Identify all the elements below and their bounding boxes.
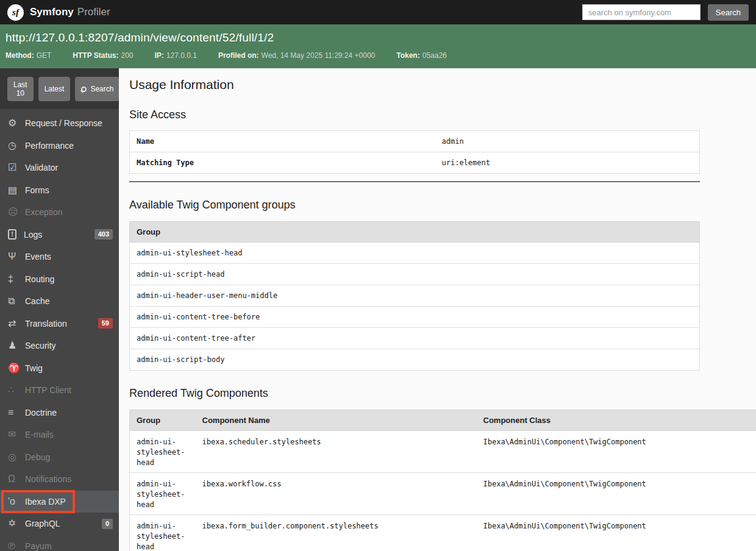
meta-ip: IP:127.0.0.1: [154, 51, 196, 60]
sidebar-item-cache[interactable]: ⧉Cache: [0, 290, 119, 313]
sidebar-item-label: Validator: [25, 163, 58, 172]
column-header-component-class: Component Class: [477, 410, 756, 431]
sidebar-item-routing[interactable]: ‡Routing: [0, 268, 119, 291]
table-row: admin-ui-script-body: [130, 349, 700, 371]
sidebar-item-http-client: ∴HTTP Client: [0, 379, 119, 402]
sidebar-item-label: Logs: [24, 230, 42, 240]
sidebar-item-graphql[interactable]: ✡GraphQL0: [0, 513, 119, 535]
table-row: admin-ui-script-head: [130, 264, 700, 285]
last-10-button[interactable]: Last 10: [7, 77, 34, 101]
table-row: admin-ui-stylesheet-headibexa.form_build…: [130, 515, 756, 551]
group-cell: admin-ui-stylesheet-head: [130, 515, 196, 551]
sidebar-item-events[interactable]: ΨEvents: [0, 246, 119, 268]
sidebar-item-logs[interactable]: !Logs403: [0, 224, 119, 246]
table-row: admin-ui-header-user-menu-middle: [130, 285, 700, 307]
sidebar-item-label: Performance: [25, 141, 74, 151]
request-url: http://127.0.0.1:8207/admin/view/content…: [5, 31, 749, 44]
group-cell: admin-ui-content-tree-after: [130, 328, 700, 349]
symfony-search-input[interactable]: [582, 4, 701, 20]
gears-icon: ⚙: [8, 118, 25, 128]
sidebar-menu: ⚙Request / Response◷Performance☑Validato…: [0, 109, 119, 551]
component-name-cell: ibexa.scheduler.stylesheets: [196, 431, 477, 473]
brand-suffix: Profiler: [77, 6, 110, 18]
ibexa-icon: 'o: [8, 497, 25, 507]
sidebar-item-label: Request / Response: [25, 118, 102, 128]
request-meta: Method:GET HTTP Status:200 IP:127.0.0.1 …: [5, 51, 749, 60]
sidebar-item-e-mails: ✉E-mails: [0, 424, 119, 446]
latest-button[interactable]: Latest: [38, 77, 71, 101]
sidebar-item-performance[interactable]: ◷Performance: [0, 135, 119, 157]
twig-groups-heading: Available Twig Component groups: [129, 199, 756, 212]
sidebar-item-label: Payum: [25, 541, 52, 551]
row-label: Name: [130, 131, 435, 152]
sidebar-item-label: Routing: [25, 274, 54, 284]
database-icon: ≡: [8, 408, 25, 418]
envelope-icon: ✉: [8, 430, 25, 439]
count-badge: 59: [98, 318, 113, 329]
twig-icon: ♈: [8, 363, 25, 373]
sidebar-item-label: Ibexa DXP: [25, 497, 66, 507]
sidebar-item-validator[interactable]: ☑Validator: [0, 157, 119, 179]
signpost-icon: ‡: [8, 274, 25, 284]
row-label: Matching Type: [130, 152, 435, 174]
component-class-cell: Ibexa\AdminUi\Component\TwigComponent: [477, 473, 756, 515]
group-cell: admin-ui-script-head: [130, 264, 700, 285]
sidebar-item-ibexa-dxp[interactable]: 'oIbexa DXP: [0, 491, 119, 513]
component-name-cell: ibexa.workflow.css: [196, 473, 477, 515]
table-row: admin-ui-stylesheet-head: [130, 243, 700, 264]
count-badge: 403: [94, 229, 113, 240]
section-divider: [129, 181, 700, 182]
table-row: admin-ui-content-tree-after: [130, 328, 700, 349]
group-cell: admin-ui-stylesheet-head: [130, 431, 196, 473]
sidebar-item-notifications: ΩNotifications: [0, 468, 119, 491]
graphql-icon: ✡: [8, 519, 25, 528]
symfony-logo-icon: sf: [7, 4, 24, 21]
stopwatch-icon: ◷: [8, 141, 25, 151]
sidebar-item-label: Debug: [25, 452, 50, 462]
group-cell: admin-ui-header-user-menu-middle: [130, 285, 700, 307]
row-value: uri:element: [435, 152, 700, 174]
sidebar-item-security[interactable]: ♟Security: [0, 335, 119, 357]
checkbox-icon: ☑: [8, 163, 25, 172]
magnifier-icon: [81, 87, 87, 92]
count-badge: 0: [102, 519, 113, 529]
sidebar-item-request-response[interactable]: ⚙Request / Response: [0, 112, 119, 135]
topbar-search: Search: [582, 4, 749, 21]
sidebar-item-twig[interactable]: ♈Twig: [0, 357, 119, 380]
sidebar-item-label: Cache: [25, 296, 49, 306]
meta-http-status: HTTP Status:200: [73, 51, 133, 60]
target-icon: ◎: [8, 452, 25, 462]
sidebar: Last 10 Latest Search ⚙Request / Respons…: [0, 68, 119, 551]
meta-token: Token:05aa26: [396, 51, 447, 60]
profiler-search-button[interactable]: Search: [75, 77, 119, 101]
sidebar-item-label: E-mails: [25, 430, 54, 439]
topbar: sf Symfony Profiler Search: [0, 0, 756, 24]
sidebar-item-payum: ℗Payum: [0, 535, 119, 551]
sidebar-item-label: Doctrine: [25, 408, 57, 418]
row-value: admin: [435, 131, 700, 152]
sidebar-actions: Last 10 Latest Search: [0, 68, 119, 109]
sidebar-item-doctrine[interactable]: ≡Doctrine: [0, 402, 119, 424]
table-row: admin-ui-stylesheet-headibexa.scheduler.…: [130, 431, 756, 473]
sidebar-item-translation[interactable]: ⇄Translation59: [0, 313, 119, 335]
layers-icon: ⧉: [8, 296, 25, 306]
group-cell: admin-ui-script-body: [130, 349, 700, 371]
group-cell: admin-ui-stylesheet-head: [130, 473, 196, 515]
rendered-components-table: Group Component Name Component Class adm…: [129, 410, 756, 551]
component-class-cell: Ibexa\AdminUi\Component\TwigComponent: [477, 431, 756, 473]
sidebar-item-exception: ☹Exception: [0, 201, 119, 224]
sidebar-item-label: Translation: [25, 319, 67, 329]
column-header-component-name: Component Name: [196, 410, 477, 431]
sidebar-item-forms[interactable]: ▤Forms: [0, 179, 119, 202]
meta-profiled-on: Profiled on:Wed, 14 May 2025 11:29:24 +0…: [218, 51, 375, 60]
page-title: Usage Information: [129, 77, 756, 92]
symfony-search-button[interactable]: Search: [708, 4, 749, 21]
sidebar-item-label: GraphQL: [25, 519, 60, 528]
sidebar-item-label: Twig: [25, 363, 43, 373]
brand-name: Symfony: [30, 6, 74, 18]
column-header-group: Group: [130, 222, 700, 243]
network-icon: ∴: [8, 385, 25, 395]
symfony-brand-link[interactable]: sf Symfony Profiler: [7, 4, 110, 21]
sidebar-item-label: Security: [25, 341, 56, 350]
sidebar-item-debug: ◎Debug: [0, 446, 119, 469]
